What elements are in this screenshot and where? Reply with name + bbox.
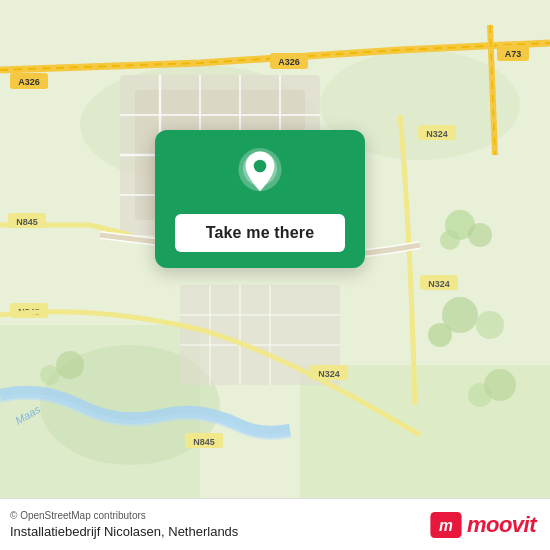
svg-text:N324: N324 [426, 129, 448, 139]
footer-left: © OpenStreetMap contributors Installatie… [10, 510, 238, 539]
svg-point-49 [56, 351, 84, 379]
svg-point-50 [40, 365, 60, 385]
map-container: A326 A326 A73 N324 N324 N324 N845 N845 N… [0, 0, 550, 550]
svg-text:A326: A326 [18, 77, 40, 87]
footer-bar: © OpenStreetMap contributors Installatie… [0, 498, 550, 550]
svg-point-53 [254, 160, 267, 173]
svg-point-45 [476, 311, 504, 339]
moovit-logo: m moovit [430, 512, 536, 538]
take-me-there-button[interactable]: Take me there [175, 214, 345, 252]
svg-point-46 [428, 323, 452, 347]
moovit-logo-text: moovit [467, 512, 536, 538]
svg-point-43 [440, 230, 460, 250]
location-card: Take me there [155, 130, 365, 268]
map-background: A326 A326 A73 N324 N324 N324 N845 N845 N… [0, 0, 550, 550]
svg-point-42 [468, 223, 492, 247]
osm-credit: © OpenStreetMap contributors [10, 510, 238, 521]
moovit-brand-icon: m [430, 512, 462, 538]
svg-text:A73: A73 [505, 49, 522, 59]
svg-point-48 [468, 383, 492, 407]
pin-icon [233, 148, 287, 202]
location-name: Installatiebedrijf Nicolasen, Netherland… [10, 524, 238, 539]
svg-text:N845: N845 [193, 437, 215, 447]
svg-text:m: m [439, 517, 453, 534]
svg-text:A326: A326 [278, 57, 300, 67]
svg-text:N324: N324 [428, 279, 450, 289]
svg-text:N845: N845 [16, 217, 38, 227]
